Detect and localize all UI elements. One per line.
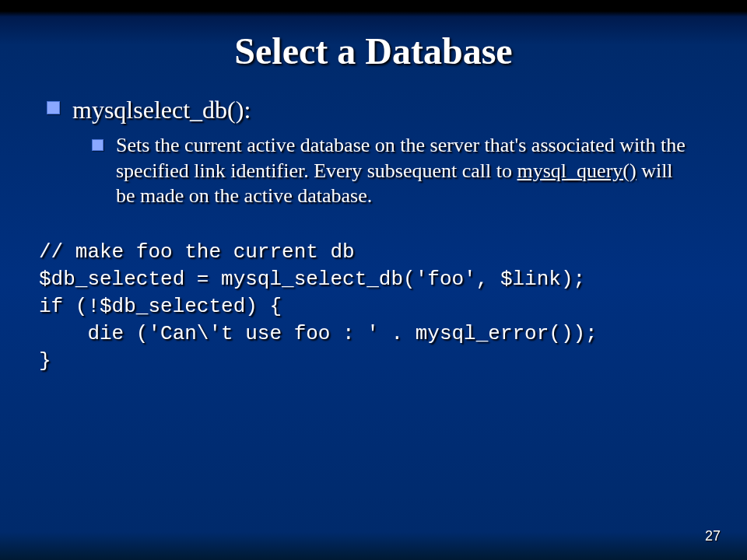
bullet-level2: Sets the current active database on the … <box>92 133 686 209</box>
bullet-square-icon <box>92 139 103 151</box>
bullet-l2-text: Sets the current active database on the … <box>116 133 686 209</box>
slide-body: Select a Database mysqlselect_db(): Sets… <box>0 0 747 560</box>
code-block: // make foo the current db $db_selected … <box>39 239 710 375</box>
bullet-square-icon <box>47 101 60 114</box>
slide-title: Select a Database <box>37 30 710 72</box>
mysql-query-link[interactable]: mysql_query() <box>517 159 637 182</box>
bullet-l1-text: mysqlselect_db(): <box>72 94 251 125</box>
page-number: 27 <box>705 528 721 544</box>
bullet-level1: mysqlselect_db(): <box>47 94 710 125</box>
